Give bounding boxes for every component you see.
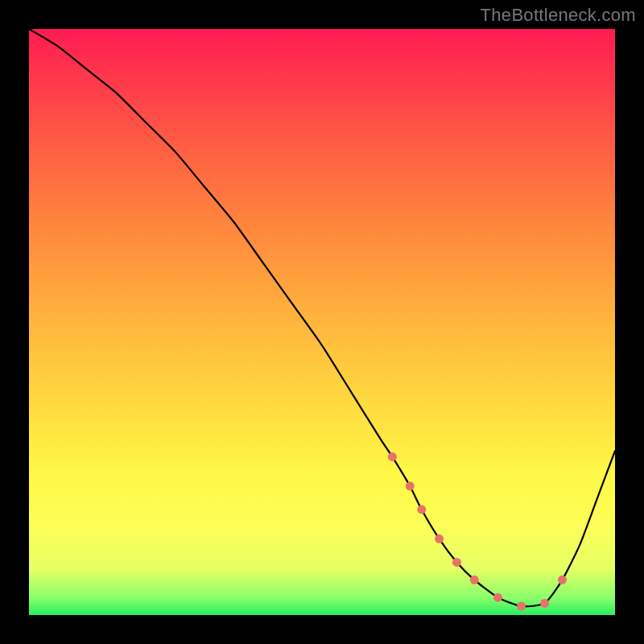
highlighted-range-dots	[388, 452, 567, 611]
plot-svg	[29, 29, 615, 615]
highlight-dot	[517, 602, 526, 611]
highlight-dot	[406, 481, 415, 490]
bottleneck-curve	[29, 29, 615, 606]
highlight-dot	[417, 505, 426, 514]
highlight-dot	[558, 576, 567, 584]
highlight-dot	[388, 452, 397, 461]
watermark-text: TheBottleneck.com	[481, 5, 636, 26]
highlight-dot	[493, 593, 502, 602]
highlight-dot	[470, 576, 479, 584]
highlight-dot	[435, 535, 444, 543]
highlight-dot	[540, 599, 549, 608]
highlight-dot	[452, 558, 461, 567]
chart-area	[29, 29, 615, 615]
